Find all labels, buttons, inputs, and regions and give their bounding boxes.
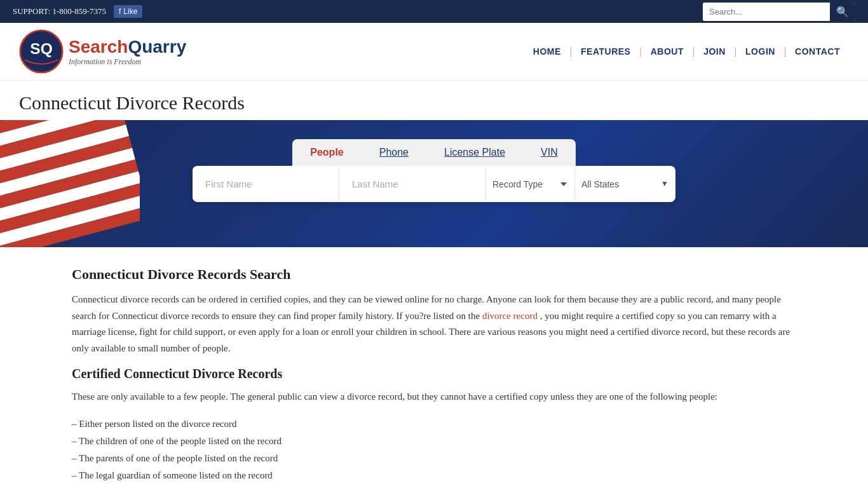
logo-area: SQ SearchQuarry Information is Freedom: [19, 29, 186, 74]
chevron-down-icon: ▼: [661, 179, 675, 189]
flag-stripes: [0, 120, 140, 247]
state-select-wrap: All States ▼: [575, 168, 675, 201]
support-phone[interactable]: 1-800-859-7375: [53, 6, 107, 16]
flag-decoration: [0, 120, 140, 247]
hero-banner: People Phone License Plate VIN Record Ty…: [0, 120, 868, 247]
header-search-input[interactable]: [703, 4, 830, 19]
search-form: Record Type All States ▼ SEARCH: [193, 166, 675, 202]
search-container: People Phone License Plate VIN Record Ty…: [193, 139, 675, 202]
fb-icon: f: [119, 7, 121, 16]
svg-text:SQ: SQ: [30, 40, 52, 57]
top-bar: SUPPORT: 1-800-859-7375 f Like 🔍: [0, 0, 868, 23]
main-nav: HOME | FEATURES | ABOUT | JOIN | LOGIN |…: [524, 46, 849, 57]
list-item: – The legal representative of the person…: [72, 484, 796, 489]
brand-name: SearchQuarry: [69, 37, 186, 57]
site-header: SQ SearchQuarry Information is Freedom H…: [0, 23, 868, 81]
top-bar-left: SUPPORT: 1-800-859-7375 f Like: [13, 5, 142, 18]
section1-title: Connecticut Divorce Records Search: [72, 266, 796, 283]
nav-home[interactable]: HOME: [524, 46, 570, 57]
header-search-box: 🔍: [703, 3, 855, 21]
page-title-area: Connecticut Divorce Records: [0, 81, 868, 120]
main-content: Connecticut Divorce Records Search Conne…: [53, 247, 815, 488]
list-item: – The children of one of the people list…: [72, 433, 796, 450]
tab-phone[interactable]: Phone: [362, 139, 426, 166]
nav-login[interactable]: LOGIN: [736, 46, 784, 57]
tab-people[interactable]: People: [292, 139, 361, 166]
list-item: – The legal guardian of someone listed o…: [72, 467, 796, 484]
section2-title: Certified Connecticut Divorce Records: [72, 367, 796, 381]
tab-vin[interactable]: VIN: [523, 139, 576, 166]
list-item: – Either person listed on the divorce re…: [72, 416, 796, 433]
logo-icon: SQ: [19, 29, 64, 74]
logo-text: SearchQuarry Information is Freedom: [69, 37, 186, 67]
brand-tagline: Information is Freedom: [69, 57, 186, 67]
record-type-select[interactable]: Record Type: [486, 168, 575, 201]
nav-features[interactable]: FEATURES: [572, 46, 639, 57]
state-select[interactable]: All States: [575, 168, 661, 201]
top-bar-right: 🔍: [703, 3, 855, 21]
section1-paragraph: Connecticut divorce records can be order…: [72, 292, 796, 356]
page-title: Connecticut Divorce Records: [19, 92, 849, 114]
support-label: SUPPORT: 1-800-859-7375: [13, 6, 106, 17]
nav-join[interactable]: JOIN: [695, 46, 735, 57]
section2-paragraph: These are only available to a few people…: [72, 389, 796, 405]
list-item: – The parents of one of the people liste…: [72, 450, 796, 467]
first-name-input[interactable]: [193, 167, 339, 201]
fb-like-button[interactable]: f Like: [114, 5, 142, 18]
tab-license-plate[interactable]: License Plate: [426, 139, 523, 166]
last-name-input[interactable]: [339, 167, 486, 201]
nav-about[interactable]: ABOUT: [642, 46, 693, 57]
search-tabs: People Phone License Plate VIN: [292, 139, 575, 166]
nav-contact[interactable]: CONTACT: [786, 46, 849, 57]
divorce-record-link[interactable]: divorce record: [482, 311, 538, 321]
certified-bullet-list: – Either person listed on the divorce re…: [72, 416, 796, 489]
header-search-button[interactable]: 🔍: [830, 3, 855, 21]
